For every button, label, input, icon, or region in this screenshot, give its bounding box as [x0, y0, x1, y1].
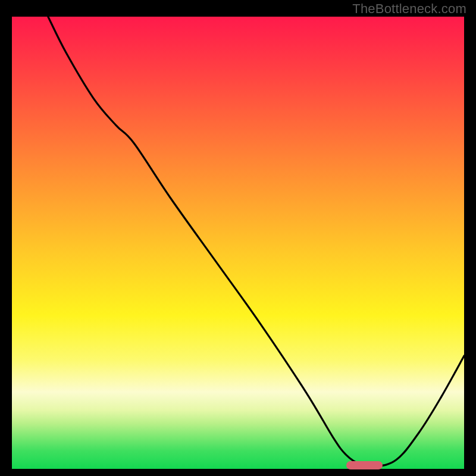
- bottleneck-curve: [48, 17, 464, 467]
- curve-svg: [12, 17, 464, 469]
- chart-frame: TheBottleneck.com: [0, 0, 476, 476]
- plot-area: [12, 17, 464, 469]
- watermark-text: TheBottleneck.com: [352, 1, 466, 17]
- optimal-marker: [346, 461, 383, 469]
